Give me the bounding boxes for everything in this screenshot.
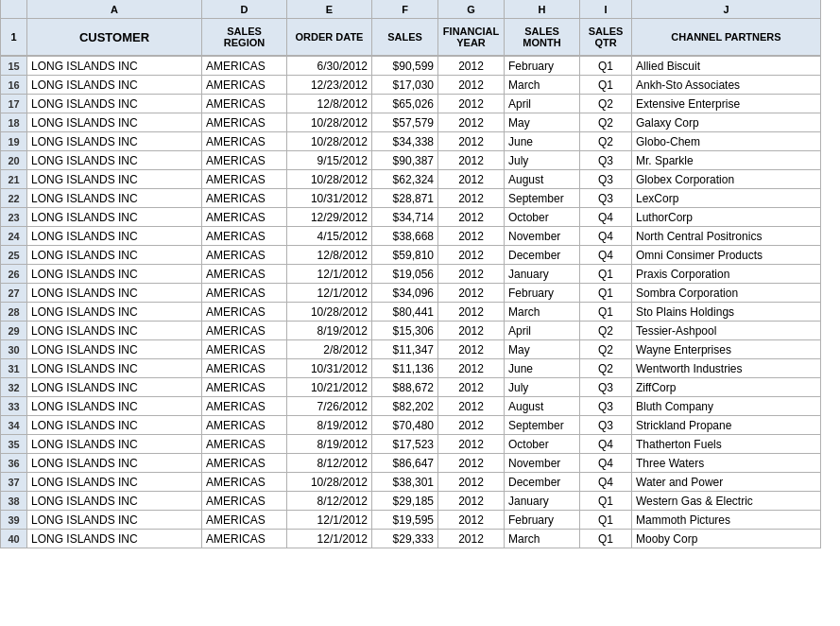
table-row[interactable]: 31LONG ISLANDS INCAMERICAS10/31/2012$11,…	[1, 359, 840, 378]
header-sales-month: SALES MONTH	[505, 19, 580, 57]
header-sales: SALES	[372, 19, 438, 57]
header-financial-year: FINANCIAL YEAR	[438, 19, 505, 57]
spreadsheet: A D E F G H I J 1 CUSTOMER SALES REGION …	[0, 0, 840, 626]
table-row[interactable]: 17LONG ISLANDS INCAMERICAS12/8/2012$65,0…	[1, 95, 840, 113]
table-row[interactable]: 38LONG ISLANDS INCAMERICAS8/12/2012$29,1…	[1, 492, 840, 511]
table-row[interactable]: 19LONG ISLANDS INCAMERICAS10/28/2012$34,…	[1, 132, 840, 151]
header-sales-region: SALES REGION	[202, 19, 287, 57]
table-row[interactable]: 20LONG ISLANDS INCAMERICAS9/15/2012$90,3…	[1, 151, 840, 170]
table-row[interactable]: 37LONG ISLANDS INCAMERICAS10/28/2012$38,…	[1, 473, 840, 492]
col-letter-f[interactable]: F	[372, 0, 438, 19]
corner-cell	[1, 0, 27, 19]
table-row[interactable]: 40LONG ISLANDS INCAMERICAS12/1/2012$29,3…	[1, 530, 840, 548]
table-row[interactable]: 22LONG ISLANDS INCAMERICAS10/31/2012$28,…	[1, 189, 840, 208]
table-row[interactable]: 32LONG ISLANDS INCAMERICAS10/21/2012$88,…	[1, 378, 840, 397]
col-letter-a[interactable]: A	[27, 0, 202, 19]
table-row[interactable]: 23LONG ISLANDS INCAMERICAS12/29/2012$34,…	[1, 208, 840, 227]
header-channel-partners: CHANNEL PARTNERS	[632, 19, 821, 57]
table-row[interactable]: 35LONG ISLANDS INCAMERICAS8/19/2012$17,5…	[1, 435, 840, 454]
col-letters-row: A D E F G H I J	[0, 0, 840, 19]
table-row[interactable]: 36LONG ISLANDS INCAMERICAS8/12/2012$86,6…	[1, 454, 840, 473]
table-row[interactable]: 33LONG ISLANDS INCAMERICAS7/26/2012$82,2…	[1, 397, 840, 416]
col-header-row: 1 CUSTOMER SALES REGION ORDER DATE SALES…	[0, 19, 840, 57]
table-row[interactable]: 34LONG ISLANDS INCAMERICAS8/19/2012$70,4…	[1, 416, 840, 435]
table-row[interactable]: 27LONG ISLANDS INCAMERICAS12/1/2012$34,0…	[1, 284, 840, 303]
table-row[interactable]: 16LONG ISLANDS INCAMERICAS12/23/2012$17,…	[1, 76, 840, 95]
table-row[interactable]: 30LONG ISLANDS INCAMERICAS2/8/2012$11,34…	[1, 340, 840, 359]
header-order-date: ORDER DATE	[287, 19, 372, 57]
col-letter-e[interactable]: E	[287, 0, 372, 19]
table-row[interactable]: 25LONG ISLANDS INCAMERICAS12/8/2012$59,8…	[1, 246, 840, 265]
table-row[interactable]: 18LONG ISLANDS INCAMERICAS10/28/2012$57,…	[1, 113, 840, 132]
table-row[interactable]: 26LONG ISLANDS INCAMERICAS12/1/2012$19,0…	[1, 265, 840, 284]
table-row[interactable]: 28LONG ISLANDS INCAMERICAS10/28/2012$80,…	[1, 303, 840, 322]
table-row[interactable]: 39LONG ISLANDS INCAMERICAS12/1/2012$19,5…	[1, 511, 840, 530]
row1-num: 1	[1, 19, 27, 57]
col-letter-h[interactable]: H	[505, 0, 580, 19]
col-letter-j[interactable]: J	[632, 0, 821, 19]
table-row[interactable]: 21LONG ISLANDS INCAMERICAS10/28/2012$62,…	[1, 170, 840, 189]
header-sales-qtr: SALES QTR	[580, 19, 632, 57]
col-letter-g[interactable]: G	[438, 0, 505, 19]
col-letter-i[interactable]: I	[580, 0, 632, 19]
table-row[interactable]: 15LONG ISLANDS INCAMERICAS6/30/2012$90,5…	[1, 57, 840, 76]
header-customer: CUSTOMER	[27, 19, 202, 57]
table-row[interactable]: 24LONG ISLANDS INCAMERICAS4/15/2012$38,6…	[1, 227, 840, 246]
data-grid: 15LONG ISLANDS INCAMERICAS6/30/2012$90,5…	[0, 57, 840, 548]
table-row[interactable]: 29LONG ISLANDS INCAMERICAS8/19/2012$15,3…	[1, 322, 840, 340]
col-letter-d[interactable]: D	[202, 0, 287, 19]
